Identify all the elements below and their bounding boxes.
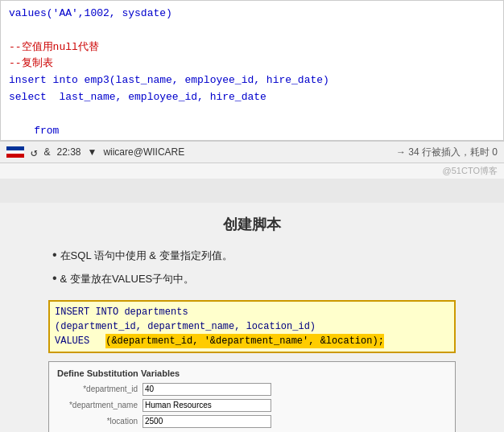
- form-field-dept-id: *department_id: [57, 383, 447, 396]
- sql-columns: (department_id, department_name, locatio…: [55, 319, 316, 334]
- bullet-dot-2: •: [52, 267, 57, 290]
- sql-insert-keyword: INSERT INTO departments: [55, 305, 188, 319]
- refresh-icon[interactable]: ↺: [31, 146, 37, 159]
- status-result: → 34 行被插入，耗时 0: [396, 146, 498, 159]
- form-field-dept-name: *department_name: [57, 399, 447, 412]
- code-line-1: values('AA',1002, sysdate): [9, 6, 495, 23]
- flag-icon: [6, 146, 24, 158]
- bullet-text-1: 在SQL 语句中使用 & 变量指定列值。: [60, 246, 233, 265]
- field-input-dept-id[interactable]: [143, 383, 271, 396]
- bullet-text-2: & 变量放在VALUES子句中。: [60, 269, 195, 288]
- code-line-3: --空值用null代替: [9, 39, 495, 56]
- status-time: 22:38: [56, 146, 81, 158]
- watermark: @51CTO博客: [0, 163, 504, 179]
- sql-line-2: (department_id, department_name, locatio…: [55, 319, 449, 334]
- section-gap: [0, 179, 504, 203]
- bullet-item-2: • & 变量放在VALUES子句中。: [52, 267, 456, 290]
- status-ampersand: &: [43, 146, 50, 158]
- bullet-dot-1: •: [52, 244, 57, 267]
- field-input-location[interactable]: [143, 415, 271, 428]
- sql-values-keyword: VALUES: [55, 334, 89, 348]
- code-line-5: insert into emp3(last_name, employee_id,…: [9, 72, 495, 89]
- field-label-location: *location: [57, 417, 138, 426]
- field-label-dept-id: *department_id: [57, 385, 138, 393]
- status-connection: wiicare@WIICARE: [103, 146, 184, 158]
- status-dropdown-icon[interactable]: ▼: [87, 146, 97, 158]
- form-field-location: *location: [57, 415, 447, 428]
- dialog-title: 创建脚本: [48, 215, 456, 234]
- field-input-dept-name[interactable]: [143, 399, 271, 412]
- field-label-dept-name: *department_name: [57, 401, 138, 409]
- substitution-form: Define Substitution Variables *departmen…: [48, 361, 456, 432]
- sql-box: INSERT INTO departments (department_id, …: [48, 300, 456, 353]
- code-line-6: select last_name, employee_id, hire_date: [9, 89, 495, 106]
- sql-line-3: VALUES (&department_id, '&department_nam…: [55, 334, 449, 348]
- bullet-item-1: • 在SQL 语句中使用 & 变量指定列值。: [52, 244, 456, 267]
- sql-vars: (&department_id, '&department_name', &lo…: [105, 334, 384, 348]
- form-title: Define Substitution Variables: [57, 368, 447, 378]
- code-line-7: from employees where department_id=80: [9, 106, 495, 141]
- code-editor: values('AA',1002, sysdate) --空值用null代替 -…: [0, 0, 504, 141]
- code-line-2: [9, 23, 495, 39]
- sql-line-1: INSERT INTO departments: [55, 305, 449, 319]
- dialog-section: 创建脚本 • 在SQL 语句中使用 & 变量指定列值。 • & 变量放在VALU…: [0, 203, 504, 432]
- bullet-list: • 在SQL 语句中使用 & 变量指定列值。 • & 变量放在VALUES子句中…: [48, 244, 456, 290]
- from-keyword: from: [34, 125, 59, 137]
- code-line-4: --复制表: [9, 56, 495, 72]
- status-bar: ↺ & 22:38 ▼ wiicare@WIICARE → 34 行被插入，耗时…: [0, 141, 504, 163]
